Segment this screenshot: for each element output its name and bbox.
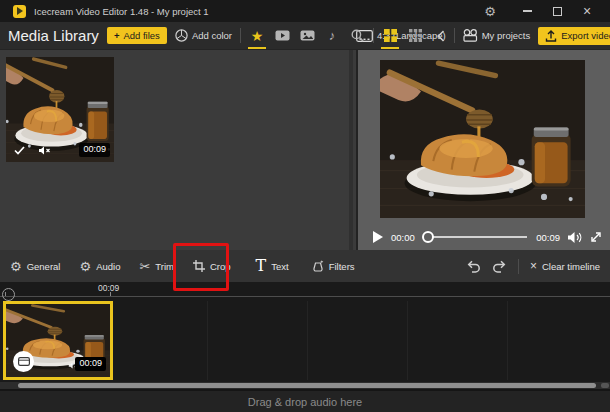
audio-filter-tab[interactable]: ♪ (324, 27, 340, 45)
add-files-button[interactable]: + Add files (107, 27, 167, 44)
gear-icon: ⚙ (10, 260, 22, 273)
scrollbar-nub (601, 383, 609, 388)
clear-timeline-button[interactable]: × Clear timeline (530, 260, 600, 272)
close-button[interactable]: × (576, 3, 598, 19)
video-preview[interactable] (380, 60, 585, 218)
seek-knob[interactable] (422, 231, 434, 243)
settings-gear-icon[interactable]: ⚙ (482, 3, 498, 19)
toolbar-right-group: × Clear timeline (466, 259, 600, 274)
clip-type-button[interactable] (13, 351, 34, 372)
crop-icon (193, 260, 205, 272)
clear-timeline-label: Clear timeline (542, 261, 600, 272)
large-grid-view-button[interactable] (382, 27, 398, 45)
header-bar: Media Library + Add files Add color ★ (0, 22, 610, 50)
minimize-button[interactable] (516, 3, 538, 19)
image-icon (300, 30, 315, 41)
aspect-ratio-button[interactable]: 4:3 (Landscape) (356, 30, 446, 42)
favorites-filter-tab[interactable]: ★ (249, 27, 265, 45)
ruler-tick (110, 292, 111, 296)
tool-audio[interactable]: ⚙ Audio (79, 260, 120, 273)
movie-camera-icon (463, 29, 478, 42)
timeline-scrollbar[interactable] (0, 382, 610, 389)
redo-button[interactable] (492, 260, 507, 273)
frame-glyph-icon (18, 357, 30, 366)
library-scrollbar[interactable] (349, 50, 353, 250)
tool-trim-label: Trim (155, 261, 174, 272)
media-duration-badge: 00:09 (79, 143, 110, 157)
my-projects-button[interactable]: My projects (463, 29, 531, 42)
my-projects-label: My projects (482, 30, 531, 41)
tool-crop[interactable]: Crop (193, 260, 231, 272)
media-filter-group: ★ ♪ (249, 27, 365, 45)
photos-filter-tab[interactable] (299, 27, 315, 45)
preview-photo (380, 60, 585, 218)
divider (454, 28, 455, 43)
media-item-thumbnail[interactable]: 00:09 (6, 57, 114, 162)
add-color-label: Add color (192, 30, 232, 41)
add-files-label: Add files (123, 30, 159, 41)
tool-text[interactable]: T Text (256, 258, 289, 274)
tool-general-label: General (27, 261, 61, 272)
track-slot-divider (207, 301, 208, 380)
add-color-button[interactable]: Add color (175, 29, 232, 42)
media-library-header: Media Library + Add files Add color ★ (0, 27, 356, 45)
app-logo-icon (13, 5, 26, 18)
timeline-ruler[interactable] (0, 296, 610, 297)
current-time: 00:00 (391, 232, 415, 243)
window-title: Icecream Video Editor 1.48 - My project … (34, 6, 474, 17)
ruler-timestamp: 00:09 (98, 283, 119, 293)
redo-icon (492, 260, 507, 273)
search-icon (351, 29, 364, 42)
app-window: Icecream Video Editor 1.48 - My project … (0, 0, 610, 412)
fullscreen-button[interactable] (590, 231, 602, 243)
maximize-button[interactable] (546, 3, 568, 19)
fullscreen-icon (590, 231, 602, 243)
preview-panel: 00:00 00:09 (358, 50, 610, 250)
filters-icon (312, 260, 324, 273)
play-button[interactable] (372, 230, 384, 244)
music-note-icon: ♪ (329, 29, 336, 42)
maximize-icon (553, 7, 562, 16)
minimize-icon (523, 10, 532, 12)
volume-icon (567, 231, 583, 244)
tool-filters-label: Filters (329, 261, 355, 272)
tool-crop-label: Crop (210, 261, 231, 272)
color-wheel-icon (175, 29, 188, 42)
playback-controls: 00:00 00:09 (372, 226, 602, 248)
volume-button[interactable] (567, 231, 583, 244)
export-video-button[interactable]: Export video (538, 27, 610, 45)
media-library-panel: 00:09 (0, 50, 356, 250)
audio-drop-zone[interactable]: Drag & drop audio here (0, 389, 610, 412)
chevron-left-icon (437, 30, 445, 42)
close-icon: × (583, 4, 591, 18)
track-slot-divider (407, 301, 408, 380)
search-button[interactable] (349, 27, 365, 45)
seek-bar[interactable] (424, 236, 527, 238)
scrollbar-thumb[interactable] (18, 383, 596, 388)
muted-audio-icon[interactable] (38, 146, 51, 155)
edit-toolbar: ⚙ General ⚙ Audio ✂ Trim Crop T Text (0, 250, 610, 282)
tool-trim[interactable]: ✂ Trim (139, 260, 174, 273)
undo-icon (466, 260, 481, 273)
video-icon (275, 30, 290, 41)
tool-text-label: Text (271, 261, 288, 272)
audio-drop-hint: Drag & drop audio here (248, 396, 362, 408)
title-bar: Icecream Video Editor 1.48 - My project … (0, 0, 610, 22)
track-slot-divider (507, 301, 508, 380)
videos-filter-tab[interactable] (274, 27, 290, 45)
divider (240, 28, 241, 43)
timeline-clip-selected[interactable]: 00:09 (3, 301, 113, 380)
undo-button[interactable] (466, 260, 481, 273)
tool-filters[interactable]: Filters (312, 260, 355, 273)
clip-duration-badge: 00:09 (75, 357, 106, 371)
scissors-icon: ✂ (139, 260, 150, 273)
gear-icon: ⚙ (79, 260, 91, 273)
added-check-icon (14, 146, 25, 155)
small-grid-view-button[interactable] (407, 27, 423, 45)
tool-general[interactable]: ⚙ General (10, 260, 60, 273)
media-library-title: Media Library (8, 27, 99, 44)
collapse-panel-button[interactable] (437, 27, 445, 45)
text-t-icon: T (256, 258, 267, 274)
clear-x-icon: × (530, 260, 537, 272)
total-time: 00:09 (536, 232, 560, 243)
